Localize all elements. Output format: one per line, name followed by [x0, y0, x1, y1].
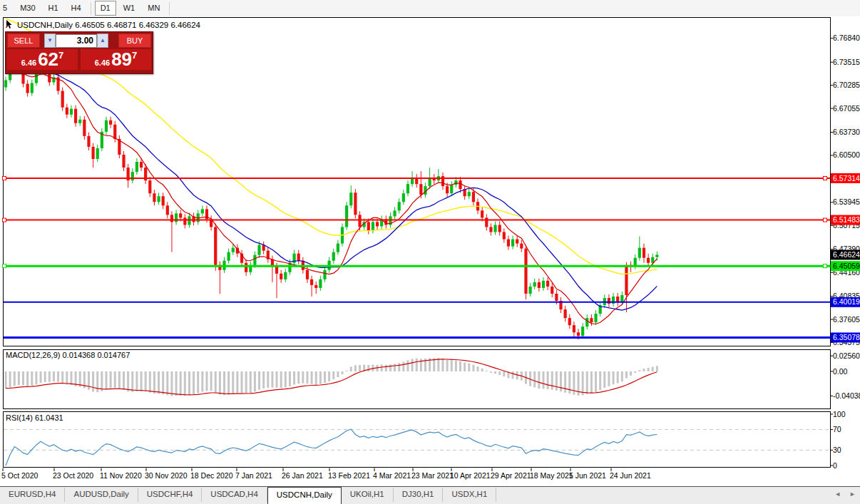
macd-indicator-label: MACD(12,26,9) 0.014368 0.014767 — [6, 351, 130, 359]
one-click-trade-widget: SELL ▼ 3.00 ▲ BUY 6.46 62 7 6.46 89 7 — [5, 31, 153, 74]
chart-tab-audusd-daily[interactable]: AUDUSD,Daily — [65, 488, 138, 502]
sell-price-sup: 7 — [58, 50, 63, 61]
timeframe-button-mn[interactable]: MN — [142, 1, 165, 16]
timeframe-button-5[interactable]: 5 — [0, 1, 13, 16]
tab-scroll-left-icon[interactable]: ◄ — [830, 487, 845, 501]
svg-text:0.025609: 0.025609 — [833, 351, 860, 360]
chart-tab-usdcnh-daily[interactable]: USDCNH,Daily — [267, 487, 342, 504]
toolbar-separator — [91, 2, 91, 15]
svg-text:6.63730: 6.63730 — [833, 128, 860, 136]
buy-price-prefix: 6.46 — [95, 58, 110, 67]
svg-text:6.53945: 6.53945 — [833, 197, 860, 206]
svg-text:5 Jun 2021: 5 Jun 2021 — [569, 471, 606, 480]
volume-decrease-icon[interactable]: ▼ — [44, 34, 56, 48]
svg-text:6.40019: 6.40019 — [833, 297, 860, 306]
timeframe-button-h4[interactable]: H4 — [66, 1, 87, 16]
svg-text:18 May 2021: 18 May 2021 — [530, 471, 573, 480]
timeframe-button-d1[interactable]: D1 — [95, 1, 116, 16]
chart-tab-eurusd-h4[interactable]: EURUSD,H4 — [0, 488, 65, 502]
buy-button[interactable]: BUY — [118, 34, 151, 48]
timeframe-button-m30[interactable]: M30 — [14, 1, 41, 16]
svg-text:6.73515: 6.73515 — [833, 58, 860, 66]
toolbar-separator — [169, 2, 170, 15]
chart-tab-usdx-h1[interactable]: USDX,H1 — [443, 488, 496, 502]
svg-text:29 Apr 2021: 29 Apr 2021 — [491, 471, 531, 480]
svg-text:30 Nov 2020: 30 Nov 2020 — [145, 471, 188, 480]
chart-tab-usdcad-h4[interactable]: USDCAD,H4 — [202, 488, 267, 502]
svg-text:23 Oct 2020: 23 Oct 2020 — [53, 471, 93, 480]
svg-text:6.60500: 6.60500 — [833, 150, 860, 159]
chart-title: USDCNH,Daily 6.46505 6.46871 6.46329 6.4… — [6, 20, 200, 29]
timeframe-button-h1[interactable]: H1 — [43, 1, 64, 16]
svg-text:6.76840: 6.76840 — [833, 34, 860, 42]
buy-price-big: 89 — [111, 50, 132, 69]
trading-app-window: { "toolbar": { "items": ["5","M30","H1",… — [0, 0, 860, 504]
svg-text:6.51483: 6.51483 — [833, 215, 860, 224]
rsi-indicator-label: RSI(14) 61.0431 — [6, 413, 63, 422]
chart-tab-dj30-h1[interactable]: DJ30,H1 — [394, 488, 444, 502]
price-chart[interactable]: 6.768406.735156.702856.670556.637306.605… — [0, 16, 860, 486]
svg-text:30: 30 — [833, 446, 841, 454]
svg-text:6.46624: 6.46624 — [833, 250, 860, 259]
svg-text:6.35078: 6.35078 — [833, 333, 860, 341]
svg-text:26 Jan 2021: 26 Jan 2021 — [282, 471, 323, 480]
volume-spinner: ▼ 3.00 ▲ — [44, 34, 114, 48]
svg-text:0: 0 — [833, 461, 837, 470]
svg-text:24 Jun 2021: 24 Jun 2021 — [610, 471, 651, 480]
svg-text:6.57314: 6.57314 — [833, 174, 860, 182]
buy-price-sup: 7 — [132, 50, 137, 61]
chart-title-text: USDCNH,Daily 6.46505 6.46871 6.46329 6.4… — [17, 21, 200, 29]
svg-text:10 Apr 2021: 10 Apr 2021 — [450, 471, 491, 480]
svg-text:18 Dec 2020: 18 Dec 2020 — [190, 471, 233, 480]
svg-text:11 Nov 2020: 11 Nov 2020 — [100, 471, 142, 480]
timeframe-toolbar: 5M30H1H4D1W1MN — [0, 0, 860, 17]
svg-text:100: 100 — [833, 410, 846, 418]
svg-text:5 Oct 2020: 5 Oct 2020 — [1, 471, 39, 480]
volume-increase-icon[interactable]: ▲ — [97, 34, 108, 48]
svg-text:-0.04038: -0.04038 — [833, 391, 860, 400]
svg-text:6.45059: 6.45059 — [833, 262, 860, 270]
sell-button[interactable]: SELL — [7, 34, 40, 48]
svg-text:6.37605: 6.37605 — [833, 315, 860, 324]
svg-text:13 Feb 2021: 13 Feb 2021 — [328, 471, 370, 480]
volume-field[interactable]: 3.00 — [56, 34, 97, 48]
chart-tab-usdchf-h4[interactable]: USDCHF,H4 — [138, 488, 203, 502]
svg-text:0.00: 0.00 — [833, 367, 848, 376]
buy-price-box[interactable]: 6.46 89 7 — [81, 49, 151, 70]
chart-tab-ukoil-h1[interactable]: UKOil,H1 — [342, 488, 394, 502]
svg-text:4 Mar 2021: 4 Mar 2021 — [373, 471, 411, 480]
symbol-tab-bar: EURUSD,H4AUDUSD,DailyUSDCHF,H4USDCAD,H4U… — [0, 486, 860, 504]
svg-text:70: 70 — [833, 425, 841, 433]
sell-price-prefix: 6.46 — [21, 58, 36, 67]
sell-price-box[interactable]: 6.46 62 7 — [7, 49, 78, 70]
timeframe-button-w1[interactable]: W1 — [118, 1, 141, 16]
cursor-icon — [6, 20, 14, 29]
svg-text:6.67055: 6.67055 — [833, 104, 860, 113]
svg-text:23 Mar 2021: 23 Mar 2021 — [411, 471, 454, 480]
sell-price-big: 62 — [38, 50, 58, 69]
tab-scroll-right-icon[interactable]: ► — [845, 487, 860, 501]
svg-text:7 Jan 2021: 7 Jan 2021 — [235, 471, 272, 480]
svg-text:6.70285: 6.70285 — [833, 81, 860, 89]
